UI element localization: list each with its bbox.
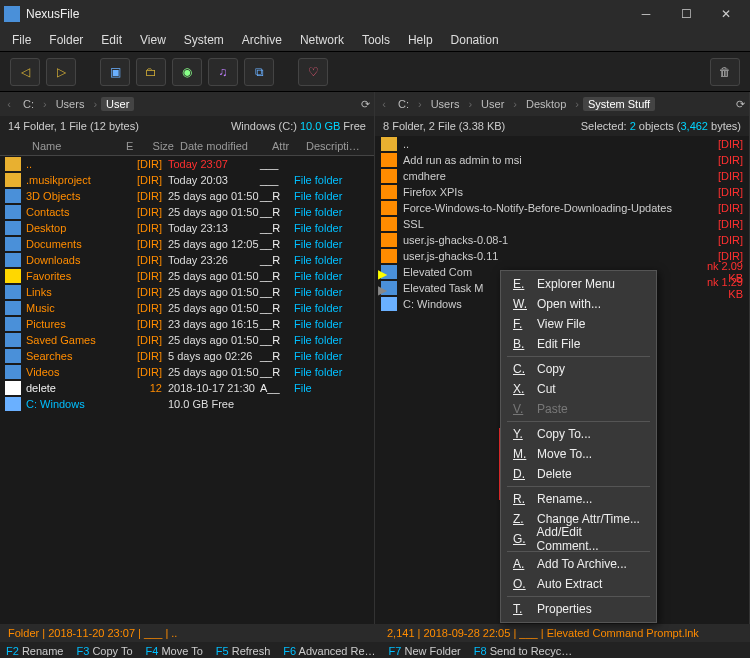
file-row[interactable]: Links [DIR] 25 days ago 01:50 __R File f… [0, 284, 374, 300]
fn-button[interactable]: F8 Send to Recyc… [474, 645, 582, 657]
trash-button[interactable]: 🗑 [710, 58, 740, 86]
file-name: .musikproject [26, 174, 126, 186]
close-button[interactable]: ✕ [706, 0, 746, 28]
context-menu-item[interactable]: M.Move To... [501, 444, 656, 464]
file-row[interactable]: Saved Games [DIR] 25 days ago 01:50 __R … [0, 332, 374, 348]
context-menu-item[interactable]: W.Open with... [501, 294, 656, 314]
file-date: 5 days ago 02:26 [162, 350, 254, 362]
col-desc[interactable]: Descripti… [300, 140, 374, 152]
archive-tool-button[interactable]: ⧉ [244, 58, 274, 86]
fn-button[interactable]: F5 Refresh [216, 645, 280, 657]
file-row[interactable]: Favorites [DIR] 25 days ago 01:50 __R Fi… [0, 268, 374, 284]
menu-donation[interactable]: Donation [443, 31, 507, 49]
file-row[interactable]: .musikproject [DIR] Today 20:03 ___ File… [0, 172, 374, 188]
col-attr[interactable]: Attr [266, 140, 300, 152]
menu-view[interactable]: View [132, 31, 174, 49]
forward-button[interactable]: ▷ [46, 58, 76, 86]
file-row[interactable]: .. [DIR] [375, 136, 749, 152]
fn-button[interactable]: F2 Rename [6, 645, 73, 657]
menu-label: Copy To... [537, 427, 591, 441]
favorite-tool-button[interactable]: ♡ [298, 58, 328, 86]
right-pathbar[interactable]: ‹ C:› Users› User› Desktop› System Stuff… [375, 92, 749, 116]
menu-file[interactable]: File [4, 31, 39, 49]
file-row[interactable]: cmdhere [DIR] [375, 168, 749, 184]
menu-tools[interactable]: Tools [354, 31, 398, 49]
folder-tool-button[interactable]: 🗀 [136, 58, 166, 86]
file-row[interactable]: SSL [DIR] [375, 216, 749, 232]
maximize-button[interactable]: ☐ [666, 0, 706, 28]
crumb[interactable]: User [476, 97, 509, 111]
refresh-icon[interactable]: ⟳ [361, 98, 370, 111]
file-row[interactable]: user.js-ghacks-0.11 [DIR] [375, 248, 749, 264]
menu-folder[interactable]: Folder [41, 31, 91, 49]
context-menu-item[interactable]: B.Edit File [501, 334, 656, 354]
file-row[interactable]: Desktop [DIR] Today 23:13 __R File folde… [0, 220, 374, 236]
context-menu-item[interactable]: X.Cut [501, 379, 656, 399]
minimize-button[interactable]: ─ [626, 0, 666, 28]
menu-archive[interactable]: Archive [234, 31, 290, 49]
crumb[interactable]: Desktop [521, 97, 571, 111]
file-row[interactable]: Force-Windows-to-Notify-Before-Downloadi… [375, 200, 749, 216]
col-size[interactable]: Size [138, 140, 174, 152]
file-attr: ___ [254, 174, 288, 186]
file-row[interactable]: 3D Objects [DIR] 25 days ago 01:50 __R F… [0, 188, 374, 204]
music-tool-button[interactable]: ♫ [208, 58, 238, 86]
window-tool-button[interactable]: ▣ [100, 58, 130, 86]
back-button[interactable]: ◁ [10, 58, 40, 86]
fn-button[interactable]: F4 Move To [146, 645, 213, 657]
crumb[interactable]: C: [18, 97, 39, 111]
crumb[interactable]: Users [426, 97, 465, 111]
left-filelist[interactable]: .. [DIR] Today 23:07 ___ .musikproject [… [0, 156, 374, 624]
context-menu-item[interactable]: G.Add/Edit Comment... [501, 529, 656, 549]
col-name[interactable]: Name [26, 140, 126, 152]
file-size: [DIR] [126, 158, 162, 170]
menu-help[interactable]: Help [400, 31, 441, 49]
refresh-icon[interactable]: ⟳ [736, 98, 745, 111]
left-pathbar[interactable]: ‹ C:› Users› User ⟳ [0, 92, 374, 116]
col-e[interactable]: E [126, 140, 138, 152]
context-menu-item[interactable]: C.Copy [501, 359, 656, 379]
menu-edit[interactable]: Edit [93, 31, 130, 49]
file-row[interactable]: Searches [DIR] 5 days ago 02:26 __R File… [0, 348, 374, 364]
context-menu-item[interactable]: R.Rename... [501, 489, 656, 509]
context-menu-item[interactable]: F.View File [501, 314, 656, 334]
context-menu-item[interactable]: A.Add To Archive... [501, 554, 656, 574]
item-icon [5, 397, 21, 411]
col-date[interactable]: Date modified [174, 140, 266, 152]
left-header[interactable]: Name E Size Date modified Attr Descripti… [0, 136, 374, 156]
camera-tool-button[interactable]: ◉ [172, 58, 202, 86]
menu-key: R. [513, 492, 527, 506]
file-name: Favorites [26, 270, 126, 282]
file-attr: __R [254, 334, 288, 346]
crumb[interactable]: Users [51, 97, 90, 111]
file-row[interactable]: delete 12 2018-10-17 21:30 A__ File [0, 380, 374, 396]
fn-button[interactable]: F6 Advanced Re… [283, 645, 385, 657]
fn-button[interactable]: F3 Copy To [76, 645, 142, 657]
context-menu-item[interactable]: Y.Copy To... [501, 424, 656, 444]
crumb[interactable]: C: [393, 97, 414, 111]
crumb-current[interactable]: System Stuff [583, 97, 655, 111]
context-menu-item[interactable]: O.Auto Extract [501, 574, 656, 594]
file-row[interactable]: Music [DIR] 25 days ago 01:50 __R File f… [0, 300, 374, 316]
file-name: Music [26, 302, 126, 314]
file-row[interactable]: Videos [DIR] 25 days ago 01:50 __R File … [0, 364, 374, 380]
crumb-current[interactable]: User [101, 97, 134, 111]
file-row[interactable]: C: Windows 10.0 GB Free [0, 396, 374, 412]
file-row[interactable]: Contacts [DIR] 25 days ago 01:50 __R Fil… [0, 204, 374, 220]
file-name: .. [26, 158, 126, 170]
file-date: 25 days ago 01:50 [162, 302, 254, 314]
file-row[interactable]: .. [DIR] Today 23:07 ___ [0, 156, 374, 172]
fn-button[interactable]: F7 New Folder [389, 645, 471, 657]
context-menu-item[interactable]: E.Explorer Menu [501, 274, 656, 294]
context-menu-item[interactable]: D.Delete [501, 464, 656, 484]
file-row[interactable]: Firefox XPIs [DIR] [375, 184, 749, 200]
file-row[interactable]: Add run as admin to msi [DIR] [375, 152, 749, 168]
file-row[interactable]: Documents [DIR] 25 days ago 12:05 __R Fi… [0, 236, 374, 252]
item-icon [5, 221, 21, 235]
file-row[interactable]: user.js-ghacks-0.08-1 [DIR] [375, 232, 749, 248]
menu-network[interactable]: Network [292, 31, 352, 49]
file-row[interactable]: Downloads [DIR] Today 23:26 __R File fol… [0, 252, 374, 268]
context-menu-item[interactable]: T.Properties [501, 599, 656, 619]
file-row[interactable]: Pictures [DIR] 23 days ago 16:15 __R Fil… [0, 316, 374, 332]
menu-system[interactable]: System [176, 31, 232, 49]
